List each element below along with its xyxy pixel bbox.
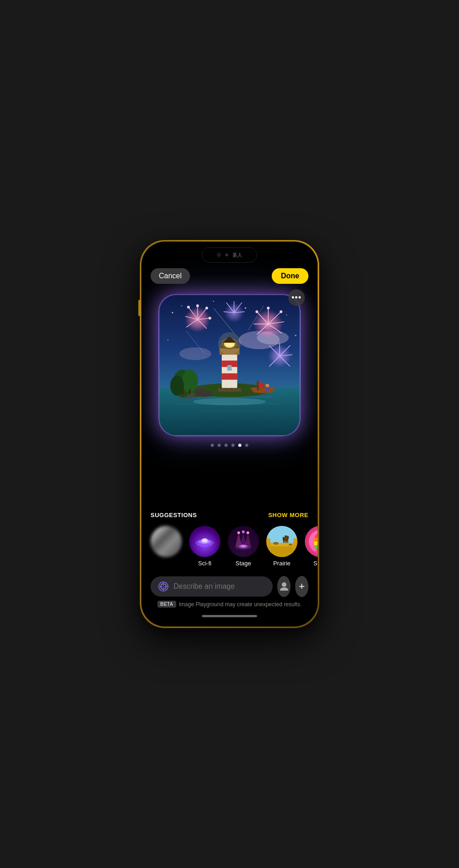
dot-6[interactable] bbox=[245, 444, 248, 447]
svg-point-90 bbox=[202, 539, 207, 542]
svg-point-92 bbox=[200, 545, 209, 547]
beta-notice: BETA Image Playground may create unexpec… bbox=[151, 601, 308, 611]
svg-point-81 bbox=[286, 315, 287, 316]
svg-rect-106 bbox=[285, 541, 285, 543]
suggestion-item-blurred[interactable] bbox=[151, 526, 182, 560]
suggestion-label-prairie: Prairie bbox=[273, 560, 291, 567]
svg-rect-38 bbox=[266, 387, 269, 391]
svg-point-3 bbox=[179, 347, 212, 360]
svg-point-84 bbox=[295, 335, 297, 336]
done-button[interactable]: Done bbox=[272, 268, 308, 284]
stage-svg bbox=[232, 530, 255, 553]
svg-point-48 bbox=[196, 304, 199, 307]
home-bar bbox=[202, 615, 257, 617]
lighthouse-svg bbox=[159, 294, 300, 436]
svg-rect-19 bbox=[222, 373, 237, 380]
svg-rect-34 bbox=[189, 389, 191, 394]
person-button[interactable] bbox=[277, 576, 291, 597]
suggestion-item-scifi[interactable]: Sci-fi bbox=[189, 526, 220, 567]
svg-rect-100 bbox=[270, 530, 293, 543]
svg-point-78 bbox=[172, 312, 173, 313]
svg-point-97 bbox=[242, 530, 245, 533]
svg-rect-108 bbox=[287, 541, 288, 543]
svg-rect-33 bbox=[182, 388, 184, 395]
person-icon bbox=[279, 581, 289, 592]
svg-point-5 bbox=[193, 398, 266, 406]
suggestion-circle-scarf bbox=[305, 526, 318, 557]
svg-point-83 bbox=[213, 301, 214, 302]
plus-button[interactable]: + bbox=[295, 576, 308, 597]
dot-2[interactable] bbox=[218, 444, 221, 447]
svg-point-28 bbox=[218, 332, 241, 355]
screen-content: ● 某人 Cancel Done ••• bbox=[141, 242, 318, 626]
prairie-svg bbox=[270, 530, 293, 553]
svg-point-47 bbox=[187, 306, 190, 309]
phone-frame: ● 某人 Cancel Done ••• bbox=[140, 240, 319, 628]
dot-1[interactable] bbox=[211, 444, 214, 447]
svg-point-80 bbox=[245, 307, 246, 309]
cancel-button[interactable]: Cancel bbox=[151, 268, 190, 284]
dot-5-active[interactable] bbox=[238, 444, 241, 447]
svg-point-79 bbox=[181, 305, 182, 306]
suggestion-label-scifi: Sci-fi bbox=[198, 560, 212, 567]
more-dots-icon: ••• bbox=[291, 293, 302, 302]
beta-badge: BETA bbox=[157, 601, 176, 608]
suggestions-label: SUGGESTIONS bbox=[151, 512, 197, 519]
suggestion-item-stage[interactable]: Stage bbox=[228, 526, 259, 567]
svg-point-99 bbox=[241, 545, 246, 547]
svg-point-112 bbox=[289, 544, 292, 546]
image-area: ••• bbox=[141, 289, 318, 504]
suggestion-circle-prairie bbox=[266, 526, 297, 557]
suggestion-circle-stage bbox=[228, 526, 259, 557]
svg-point-60 bbox=[267, 307, 269, 310]
suggestion-circle-blurred bbox=[151, 526, 182, 557]
scarf-svg bbox=[309, 530, 318, 553]
suggestion-item-scarf[interactable]: Scarf bbox=[305, 526, 318, 567]
suggestion-label-stage: Stage bbox=[235, 560, 251, 567]
svg-point-59 bbox=[256, 310, 258, 313]
ai-icon bbox=[158, 581, 169, 592]
beta-notice-text: Image Playground may create unexpected r… bbox=[179, 601, 302, 608]
more-options-button[interactable]: ••• bbox=[288, 289, 305, 306]
pagination-dots bbox=[211, 444, 248, 447]
svg-point-12 bbox=[196, 391, 213, 397]
dot-3[interactable] bbox=[224, 444, 228, 447]
svg-point-37 bbox=[265, 384, 269, 388]
lighthouse-image[interactable] bbox=[158, 294, 301, 436]
svg-point-111 bbox=[273, 542, 279, 545]
svg-rect-110 bbox=[283, 537, 284, 539]
svg-rect-105 bbox=[283, 541, 284, 543]
input-row: + bbox=[151, 576, 308, 597]
text-input-wrap[interactable] bbox=[151, 576, 273, 597]
svg-rect-17 bbox=[222, 354, 237, 388]
scifi-svg bbox=[193, 530, 216, 553]
nav-user-label: 某人 bbox=[232, 252, 242, 259]
svg-rect-107 bbox=[286, 541, 287, 543]
suggestion-item-prairie[interactable]: Prairie bbox=[266, 526, 297, 567]
suggestions-header: SUGGESTIONS SHOW MORE bbox=[151, 512, 308, 519]
svg-point-49 bbox=[205, 307, 208, 310]
phone-screen: ● 某人 Cancel Done ••• bbox=[141, 242, 318, 626]
describe-input[interactable] bbox=[174, 582, 265, 591]
svg-point-31 bbox=[182, 370, 198, 393]
svg-point-61 bbox=[280, 310, 282, 313]
svg-point-85 bbox=[168, 339, 168, 340]
generated-image-wrapper bbox=[158, 294, 301, 436]
svg-rect-104 bbox=[285, 535, 287, 538]
svg-rect-14 bbox=[220, 386, 222, 389]
dynamic-island: ● 某人 bbox=[202, 247, 257, 263]
show-more-button[interactable]: SHOW MORE bbox=[268, 512, 308, 519]
suggestion-label-scarf: Scarf bbox=[313, 560, 318, 567]
svg-rect-109 bbox=[287, 536, 289, 539]
svg-point-50 bbox=[208, 317, 211, 320]
svg-point-98 bbox=[246, 531, 249, 534]
svg-point-117 bbox=[282, 582, 286, 587]
suggestion-circle-scifi bbox=[189, 526, 220, 557]
home-indicator bbox=[151, 611, 308, 619]
bottom-panel: SUGGESTIONS SHOW MORE bbox=[141, 504, 318, 626]
suggestions-row: Sci-fi bbox=[151, 526, 308, 567]
svg-rect-35 bbox=[257, 381, 259, 390]
svg-rect-20 bbox=[227, 365, 232, 371]
dot-4[interactable] bbox=[231, 444, 235, 447]
nav-bar: Cancel Done bbox=[141, 265, 318, 289]
